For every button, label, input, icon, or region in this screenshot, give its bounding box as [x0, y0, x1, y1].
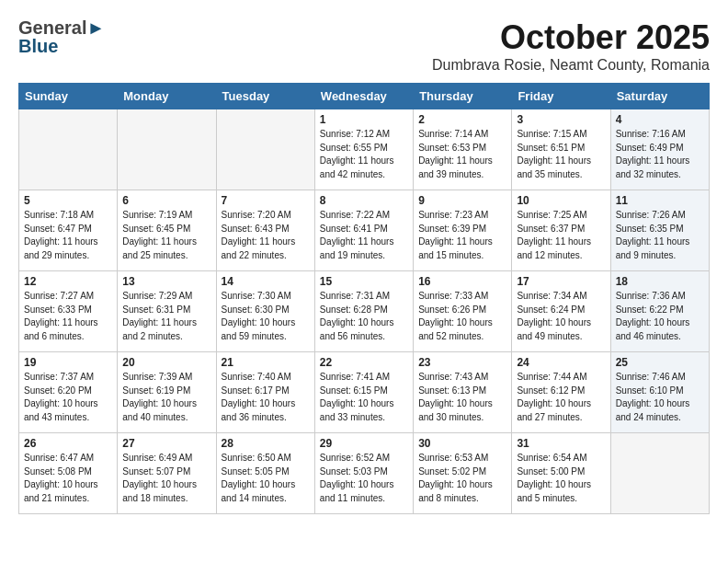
day-cell: 23Sunrise: 7:43 AM Sunset: 6:13 PM Dayli…	[414, 352, 512, 433]
day-cell: 28Sunrise: 6:50 AM Sunset: 5:05 PM Dayli…	[216, 433, 314, 514]
header: General► Blue October 2025 Dumbrava Rosi…	[18, 18, 710, 74]
week-row-5: 26Sunrise: 6:47 AM Sunset: 5:08 PM Dayli…	[19, 433, 710, 514]
day-info: Sunrise: 7:44 AM Sunset: 6:12 PM Dayligh…	[517, 371, 605, 424]
day-number: 28	[222, 437, 310, 450]
day-cell: 30Sunrise: 6:53 AM Sunset: 5:02 PM Dayli…	[414, 433, 512, 514]
day-number: 22	[320, 356, 408, 369]
day-number: 10	[517, 194, 605, 207]
day-number: 13	[122, 275, 210, 288]
day-cell: 21Sunrise: 7:40 AM Sunset: 6:17 PM Dayli…	[216, 352, 314, 433]
day-number: 31	[517, 437, 605, 450]
header-row: SundayMondayTuesdayWednesdayThursdayFrid…	[19, 84, 710, 109]
day-cell: 1Sunrise: 7:12 AM Sunset: 6:55 PM Daylig…	[314, 109, 413, 190]
col-friday: Friday	[512, 84, 610, 109]
col-sunday: Sunday	[19, 84, 118, 109]
day-info: Sunrise: 7:34 AM Sunset: 6:24 PM Dayligh…	[517, 290, 605, 343]
calendar-table: SundayMondayTuesdayWednesdayThursdayFrid…	[18, 83, 710, 514]
day-cell: 29Sunrise: 6:52 AM Sunset: 5:03 PM Dayli…	[314, 433, 413, 514]
day-info: Sunrise: 7:37 AM Sunset: 6:20 PM Dayligh…	[24, 371, 112, 424]
day-number: 16	[418, 275, 506, 288]
day-cell: 7Sunrise: 7:20 AM Sunset: 6:43 PM Daylig…	[216, 190, 314, 271]
month-title: October 2025	[432, 18, 710, 57]
day-info: Sunrise: 7:16 AM Sunset: 6:49 PM Dayligh…	[616, 128, 704, 181]
day-number: 9	[418, 194, 506, 207]
title-area: October 2025 Dumbrava Rosie, Neamt Count…	[432, 18, 710, 74]
day-number: 2	[418, 113, 506, 126]
day-cell: 18Sunrise: 7:36 AM Sunset: 6:22 PM Dayli…	[610, 271, 709, 352]
day-cell	[118, 109, 216, 190]
day-info: Sunrise: 7:33 AM Sunset: 6:26 PM Dayligh…	[418, 290, 506, 343]
day-info: Sunrise: 7:31 AM Sunset: 6:28 PM Dayligh…	[320, 290, 408, 343]
week-row-3: 12Sunrise: 7:27 AM Sunset: 6:33 PM Dayli…	[19, 271, 710, 352]
day-number: 6	[122, 194, 210, 207]
day-cell: 20Sunrise: 7:39 AM Sunset: 6:19 PM Dayli…	[118, 352, 216, 433]
day-info: Sunrise: 7:36 AM Sunset: 6:22 PM Dayligh…	[616, 290, 704, 343]
day-cell	[610, 433, 709, 514]
day-cell: 16Sunrise: 7:33 AM Sunset: 6:26 PM Dayli…	[414, 271, 512, 352]
day-info: Sunrise: 7:14 AM Sunset: 6:53 PM Dayligh…	[418, 128, 506, 181]
day-number: 4	[616, 113, 704, 126]
col-tuesday: Tuesday	[216, 84, 314, 109]
logo-blue: Blue	[18, 37, 105, 55]
day-cell: 19Sunrise: 7:37 AM Sunset: 6:20 PM Dayli…	[19, 352, 118, 433]
day-cell: 13Sunrise: 7:29 AM Sunset: 6:31 PM Dayli…	[118, 271, 216, 352]
day-info: Sunrise: 7:23 AM Sunset: 6:39 PM Dayligh…	[418, 209, 506, 262]
day-info: Sunrise: 6:54 AM Sunset: 5:00 PM Dayligh…	[517, 452, 605, 505]
day-cell	[216, 109, 314, 190]
day-info: Sunrise: 7:12 AM Sunset: 6:55 PM Dayligh…	[320, 128, 408, 181]
day-cell: 6Sunrise: 7:19 AM Sunset: 6:45 PM Daylig…	[118, 190, 216, 271]
day-number: 17	[517, 275, 605, 288]
day-cell: 25Sunrise: 7:46 AM Sunset: 6:10 PM Dayli…	[610, 352, 709, 433]
day-info: Sunrise: 6:49 AM Sunset: 5:07 PM Dayligh…	[122, 452, 210, 505]
day-cell: 12Sunrise: 7:27 AM Sunset: 6:33 PM Dayli…	[19, 271, 118, 352]
day-number: 11	[616, 194, 704, 207]
day-number: 27	[122, 437, 210, 450]
location-title: Dumbrava Rosie, Neamt County, Romania	[432, 57, 710, 74]
day-cell: 2Sunrise: 7:14 AM Sunset: 6:53 PM Daylig…	[414, 109, 512, 190]
day-info: Sunrise: 7:43 AM Sunset: 6:13 PM Dayligh…	[418, 371, 506, 424]
day-cell: 15Sunrise: 7:31 AM Sunset: 6:28 PM Dayli…	[314, 271, 413, 352]
day-number: 20	[122, 356, 210, 369]
day-info: Sunrise: 7:39 AM Sunset: 6:19 PM Dayligh…	[122, 371, 210, 424]
day-info: Sunrise: 7:46 AM Sunset: 6:10 PM Dayligh…	[616, 371, 704, 424]
col-wednesday: Wednesday	[314, 84, 413, 109]
day-number: 5	[24, 194, 112, 207]
logo: General► Blue	[18, 18, 105, 55]
day-cell: 8Sunrise: 7:22 AM Sunset: 6:41 PM Daylig…	[314, 190, 413, 271]
day-info: Sunrise: 7:15 AM Sunset: 6:51 PM Dayligh…	[517, 128, 605, 181]
week-row-2: 5Sunrise: 7:18 AM Sunset: 6:47 PM Daylig…	[19, 190, 710, 271]
day-info: Sunrise: 7:19 AM Sunset: 6:45 PM Dayligh…	[122, 209, 210, 262]
day-number: 24	[517, 356, 605, 369]
day-cell: 3Sunrise: 7:15 AM Sunset: 6:51 PM Daylig…	[512, 109, 610, 190]
week-row-1: 1Sunrise: 7:12 AM Sunset: 6:55 PM Daylig…	[19, 109, 710, 190]
day-info: Sunrise: 7:25 AM Sunset: 6:37 PM Dayligh…	[517, 209, 605, 262]
day-number: 3	[517, 113, 605, 126]
day-number: 19	[24, 356, 112, 369]
day-cell: 5Sunrise: 7:18 AM Sunset: 6:47 PM Daylig…	[19, 190, 118, 271]
col-monday: Monday	[118, 84, 216, 109]
week-row-4: 19Sunrise: 7:37 AM Sunset: 6:20 PM Dayli…	[19, 352, 710, 433]
day-number: 25	[616, 356, 704, 369]
day-number: 7	[222, 194, 310, 207]
day-cell: 4Sunrise: 7:16 AM Sunset: 6:49 PM Daylig…	[610, 109, 709, 190]
day-number: 30	[418, 437, 506, 450]
day-info: Sunrise: 7:29 AM Sunset: 6:31 PM Dayligh…	[122, 290, 210, 343]
day-number: 29	[320, 437, 408, 450]
day-cell: 10Sunrise: 7:25 AM Sunset: 6:37 PM Dayli…	[512, 190, 610, 271]
day-cell: 14Sunrise: 7:30 AM Sunset: 6:30 PM Dayli…	[216, 271, 314, 352]
day-info: Sunrise: 7:30 AM Sunset: 6:30 PM Dayligh…	[222, 290, 310, 343]
day-number: 15	[320, 275, 408, 288]
day-number: 21	[222, 356, 310, 369]
col-thursday: Thursday	[414, 84, 512, 109]
logo-general: General►	[18, 18, 105, 37]
day-cell: 22Sunrise: 7:41 AM Sunset: 6:15 PM Dayli…	[314, 352, 413, 433]
day-info: Sunrise: 6:53 AM Sunset: 5:02 PM Dayligh…	[418, 452, 506, 505]
day-number: 26	[24, 437, 112, 450]
day-info: Sunrise: 7:26 AM Sunset: 6:35 PM Dayligh…	[616, 209, 704, 262]
day-cell: 24Sunrise: 7:44 AM Sunset: 6:12 PM Dayli…	[512, 352, 610, 433]
day-info: Sunrise: 7:40 AM Sunset: 6:17 PM Dayligh…	[222, 371, 310, 424]
day-cell: 26Sunrise: 6:47 AM Sunset: 5:08 PM Dayli…	[19, 433, 118, 514]
day-number: 12	[24, 275, 112, 288]
day-cell: 9Sunrise: 7:23 AM Sunset: 6:39 PM Daylig…	[414, 190, 512, 271]
day-info: Sunrise: 6:47 AM Sunset: 5:08 PM Dayligh…	[24, 452, 112, 505]
